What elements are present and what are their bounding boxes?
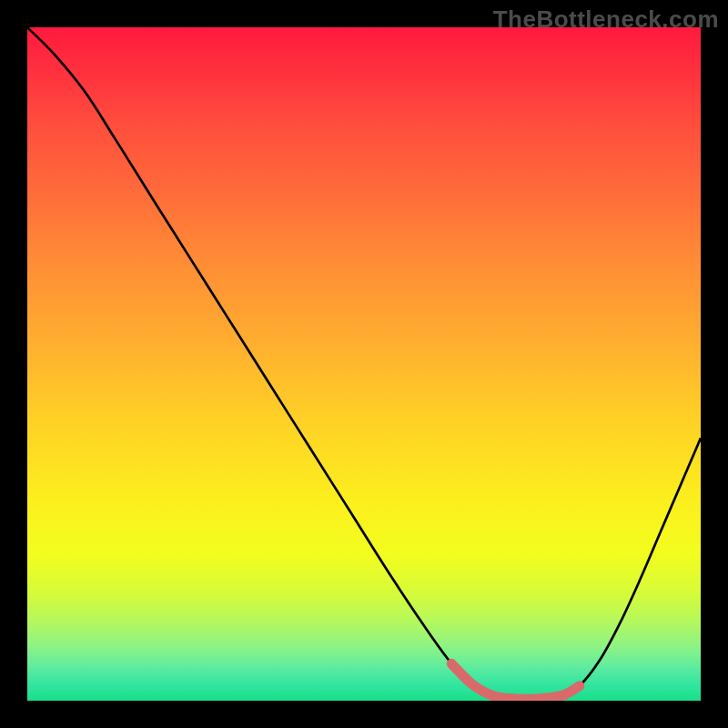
watermark-label: TheBottleneck.com [493,5,719,34]
chart-frame: TheBottleneck.com [0,0,728,728]
background-gradient [27,27,701,701]
plot-area [27,27,701,701]
